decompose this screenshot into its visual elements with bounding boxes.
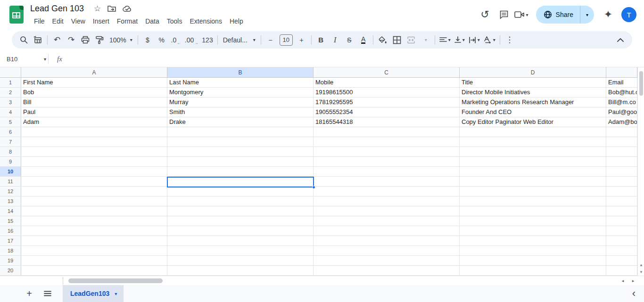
format-currency-button[interactable]: $ [141,33,154,47]
gemini-sparkle-icon[interactable]: ✦ [599,5,618,24]
menu-file[interactable]: File [30,16,49,26]
menu-data[interactable]: Data [141,16,163,26]
scroll-up-icon[interactable]: ▲ [638,261,644,268]
cell-C8[interactable] [314,147,460,157]
cell-D14[interactable] [460,206,606,216]
scroll-left-icon[interactable]: ◂ [619,277,627,285]
scroll-down-icon[interactable]: ▼ [638,269,644,275]
row-header-5[interactable]: 5 [0,117,21,127]
menu-edit[interactable]: Edit [49,16,67,26]
row-header-3[interactable]: 3 [0,98,21,107]
cell-C3[interactable]: 17819295595 [314,98,460,107]
cell-D12[interactable] [460,187,606,196]
paint-format-icon[interactable] [93,33,106,47]
text-color-button[interactable]: A [357,33,370,47]
cell-B20[interactable] [167,266,314,276]
more-formats-button[interactable]: 123 [200,33,214,47]
menu-help[interactable]: Help [226,16,247,26]
text-wrap-control[interactable]: ▾ [467,33,481,47]
document-title[interactable]: Lead Gen 103 [30,4,84,14]
cell-D1[interactable]: Title [460,78,606,88]
cell-E18[interactable] [606,246,637,256]
star-icon[interactable]: ☆ [94,4,101,14]
strikethrough-button[interactable]: S [343,33,356,47]
cell-B8[interactable] [167,147,314,157]
cell-C9[interactable] [314,157,460,167]
decrease-font-size-button[interactable]: − [264,33,277,47]
bold-button[interactable]: B [314,33,328,47]
cell-D8[interactable] [460,147,606,157]
cell-D17[interactable] [460,236,606,246]
cell-B16[interactable] [167,226,314,236]
cell-A18[interactable] [21,246,167,256]
font-size-input[interactable]: 10 [280,34,293,46]
redo-icon[interactable]: ↷ [65,33,78,47]
text-rotation-control[interactable]: ▾ [482,33,497,47]
cell-A20[interactable] [21,266,167,276]
horizontal-scrollbar[interactable]: ◂ ▸ [0,276,644,285]
search-icon[interactable] [17,33,30,47]
formula-input[interactable] [62,51,644,67]
menu-insert[interactable]: Insert [89,16,113,26]
cell-A6[interactable] [21,127,167,137]
sheets-logo-icon[interactable] [9,6,24,24]
row-header-14[interactable]: 14 [0,206,21,216]
increase-decimal-button[interactable]: .00 → [183,33,199,47]
vertical-scrollbar-thumb[interactable] [639,71,643,96]
vertical-scrollbar[interactable]: ▲ ▼ [637,67,644,276]
row-header-6[interactable]: 6 [0,127,21,137]
cell-E8[interactable] [606,147,637,157]
sheet-tab-leadgen103[interactable]: LeadGen103 ▾ [63,285,124,302]
cell-B15[interactable] [167,216,314,226]
cell-E17[interactable] [606,236,637,246]
cell-B6[interactable] [167,127,314,137]
column-header-A[interactable]: A [21,67,167,78]
row-header-10[interactable]: 10 [0,167,21,177]
cell-C1[interactable]: Mobile [314,78,460,88]
cell-B17[interactable] [167,236,314,246]
merge-dropdown-icon[interactable]: ▾ [419,33,432,47]
version-history-icon[interactable]: ↺ [476,5,495,24]
cell-B1[interactable]: Last Name [167,78,314,88]
format-percent-button[interactable]: % [155,33,168,47]
cell-C7[interactable] [314,137,460,147]
cell-C16[interactable] [314,226,460,236]
cell-C10[interactable] [314,167,460,177]
font-family-control[interactable]: Defaul... ▾ [220,33,258,47]
cell-D2[interactable]: Director Mobile Initiatives [460,88,606,98]
cell-A14[interactable] [21,206,167,216]
cell-D5[interactable]: Copy Editor Paginator Web Editor [460,117,606,127]
cell-B13[interactable] [167,196,314,206]
cell-E9[interactable] [606,157,637,167]
cell-E5[interactable]: Adam@bol [606,117,637,127]
cell-C14[interactable] [314,206,460,216]
cell-E7[interactable] [606,137,637,147]
cell-C4[interactable]: 19055552354 [314,107,460,117]
cell-D11[interactable] [460,177,606,187]
menu-extensions[interactable]: Extensions [186,16,225,26]
cell-B14[interactable] [167,206,314,216]
cell-A16[interactable] [21,226,167,236]
cell-B12[interactable] [167,187,314,196]
cell-C5[interactable]: 18165544318 [314,117,460,127]
row-header-20[interactable]: 20 [0,266,21,276]
row-header-19[interactable]: 19 [0,256,21,266]
cell-E14[interactable] [606,206,637,216]
cell-A2[interactable]: Bob [21,88,167,98]
cell-C15[interactable] [314,216,460,226]
print-icon[interactable] [79,33,92,47]
collapse-toolbar-icon[interactable] [614,33,627,47]
meet-call-control[interactable]: ▾ [514,11,528,18]
row-header-1[interactable]: 1 [0,78,21,88]
vertical-align-control[interactable]: ▾ [453,33,466,47]
cell-B10[interactable] [167,167,314,177]
italic-button[interactable]: I [329,33,342,47]
share-dropdown-button[interactable]: ▾ [580,6,594,24]
menu-format[interactable]: Format [113,16,141,26]
increase-font-size-button[interactable]: + [295,33,308,47]
cell-E10[interactable] [606,167,637,177]
row-header-4[interactable]: 4 [0,107,21,117]
cell-A3[interactable]: Bill [21,98,167,107]
cell-E19[interactable] [606,256,637,266]
borders-icon[interactable] [390,33,404,47]
